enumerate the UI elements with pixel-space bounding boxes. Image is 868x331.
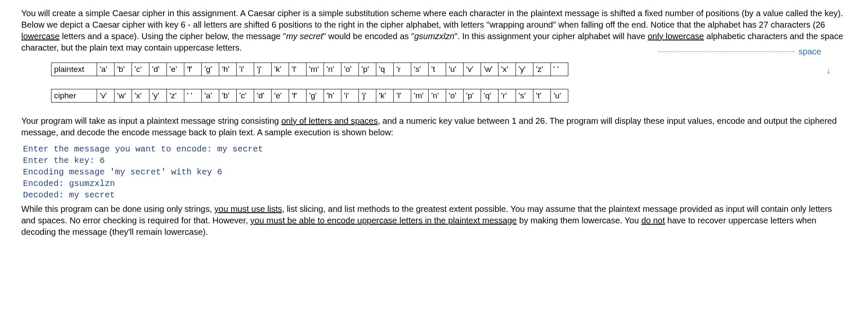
plaintext-cell: 'y' <box>516 63 533 76</box>
text-run: " would be encoded as " <box>323 31 414 41</box>
plaintext-table: plaintext 'a''b''c''d''e''f''g''h''i''j'… <box>51 63 568 76</box>
text-run: You will create a simple Caesar cipher i… <box>21 9 843 29</box>
cipher-cell: 'l' <box>394 89 411 103</box>
cipher-cell: 'g' <box>307 89 324 103</box>
plaintext-cell: 'h' <box>219 63 237 76</box>
cipher-cell: 'd' <box>254 89 272 103</box>
plaintext-cell: 's' <box>411 63 429 76</box>
plaintext-cell: 'b' <box>115 63 132 76</box>
plaintext-cell: 'u' <box>446 63 464 76</box>
text-run: ". In this assignment your cipher alphab… <box>454 31 647 41</box>
cipher-cell: 'a' <box>202 89 219 103</box>
text-run: Your program will take as input a plaint… <box>21 116 281 126</box>
text-run: you must use lists <box>215 204 282 214</box>
plaintext-cell: 'j' <box>254 63 272 76</box>
text-run: only lowercase <box>647 31 704 41</box>
cipher-tables: plaintext 'a''b''c''d''e''f''g''h''i''j'… <box>51 63 847 103</box>
cipher-cell: 'n' <box>429 89 446 103</box>
plaintext-cell: 'f' <box>184 63 202 76</box>
plaintext-cell: 'z' <box>533 63 551 76</box>
text-run: do not <box>641 216 665 225</box>
plaintext-cell: 'k' <box>272 63 289 76</box>
cipher-cell: 'p' <box>464 89 481 103</box>
cipher-cell: 'u' <box>551 89 568 103</box>
plaintext-cell: 'p' <box>359 63 376 76</box>
plaintext-label-cell: plaintext <box>52 63 97 76</box>
sample-execution: Enter the message you want to encode: my… <box>23 143 847 201</box>
cipher-cell: 't' <box>533 89 551 103</box>
cipher-cell: 'q' <box>481 89 498 103</box>
cipher-table: cipher 'v''w''x''y''z'' ''a''b''c''d''e'… <box>51 89 568 103</box>
space-label: space <box>799 46 821 57</box>
cipher-cell: 'h' <box>324 89 341 103</box>
plaintext-cell: 'l' <box>289 63 307 76</box>
plaintext-cell: 'g' <box>202 63 219 76</box>
plaintext-cell: 'i' <box>237 63 254 76</box>
plaintext-cell: 'e' <box>167 63 184 76</box>
plaintext-cell: 'q <box>376 63 394 76</box>
cipher-cell: 'y' <box>149 89 167 103</box>
text-run: my secret <box>286 31 323 41</box>
cipher-cell: 'b' <box>219 89 237 103</box>
cipher-cell: 'o' <box>446 89 464 103</box>
cipher-cell: 'm' <box>411 89 429 103</box>
cipher-label-cell: cipher <box>52 89 97 103</box>
cipher-cell: 'v' <box>97 89 115 103</box>
plaintext-cell: 'v' <box>464 63 481 76</box>
plaintext-cell: ' ' <box>551 63 568 76</box>
cipher-cell: 'c' <box>237 89 254 103</box>
plaintext-cell: 'n' <box>324 63 341 76</box>
cipher-cell: 'z' <box>167 89 184 103</box>
cipher-cell: 'r' <box>498 89 516 103</box>
cipher-cell: 'k' <box>376 89 394 103</box>
plaintext-cell: 't <box>429 63 446 76</box>
text-run: you must be able to encode uppercase let… <box>250 216 517 225</box>
plaintext-cell: 'c' <box>132 63 149 76</box>
plaintext-cell: 'r <box>394 63 411 76</box>
text-run: only of letters and spaces <box>281 116 378 126</box>
plaintext-cell: 'o' <box>341 63 359 76</box>
plaintext-cell: 'd' <box>149 63 167 76</box>
callout-dash-line <box>658 51 794 52</box>
instructions-paragraph: Your program will take as input a plaint… <box>21 115 847 138</box>
cipher-cell: 'i' <box>341 89 359 103</box>
plaintext-cell: 'w' <box>481 63 498 76</box>
text-run: gsumzxlzn <box>414 31 454 41</box>
down-arrow-icon: ↓ <box>826 65 831 77</box>
cipher-cell: 'f' <box>289 89 307 103</box>
cipher-cell: 's' <box>516 89 533 103</box>
plaintext-cell: 'x' <box>498 63 516 76</box>
plaintext-cell: 'a' <box>97 63 115 76</box>
cipher-cell: ' ' <box>184 89 202 103</box>
cipher-cell: 'w' <box>115 89 132 103</box>
requirements-paragraph: While this program can be done using onl… <box>21 203 847 238</box>
cipher-cell: 'x' <box>132 89 149 103</box>
text-run: lowercase <box>21 31 60 41</box>
text-run: While this program can be done using onl… <box>21 204 215 214</box>
plaintext-cell: 'm' <box>307 63 324 76</box>
text-run: by making them lowercase. You <box>517 216 641 225</box>
text-run: letters and a space). Using the cipher b… <box>60 31 286 41</box>
cipher-cell: 'j' <box>359 89 376 103</box>
cipher-cell: 'e' <box>272 89 289 103</box>
